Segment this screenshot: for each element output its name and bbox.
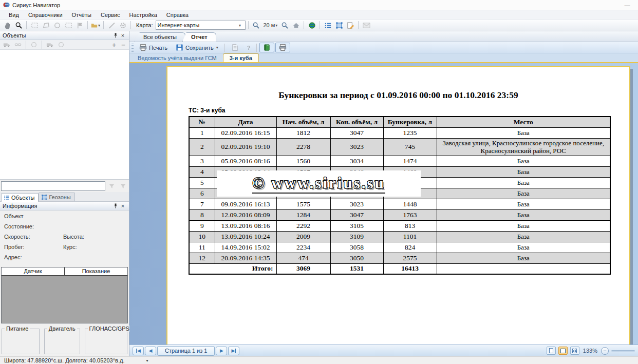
sensor-table-header: Датчик Показание [2, 267, 127, 276]
menu-item[interactable]: Справочники [24, 11, 67, 19]
table-cell: 5 [189, 177, 215, 188]
table-cell: 05.09.2016 08:16 [215, 156, 276, 166]
zoom-step-value: 20 м [264, 22, 275, 28]
circle-zone-button [52, 21, 62, 30]
expand-plus-button[interactable]: + [110, 41, 118, 49]
toolbar-separator [103, 21, 104, 29]
table-cell: База [437, 209, 610, 220]
engine-groupbox: Двигатель [44, 329, 80, 354]
close-icon[interactable]: × [119, 202, 126, 209]
objects-list-icon [4, 195, 10, 201]
close-icon[interactable]: × [119, 32, 126, 39]
objects-list-button[interactable] [323, 21, 333, 30]
pin-icon[interactable] [112, 202, 119, 209]
menu-item[interactable]: Сервис [96, 11, 125, 19]
map-combobox[interactable]: Интернет-карты ▾ [156, 21, 246, 30]
folder-button[interactable]: ▾ [90, 21, 101, 30]
search-object-button[interactable] [13, 21, 24, 30]
zoom-slider[interactable] [611, 350, 635, 352]
tab-objects[interactable]: Объекты [1, 193, 39, 202]
pan-hand-button[interactable] [2, 21, 12, 30]
info-panel-header: Информация × [0, 202, 129, 210]
mileage-label: Пробег: [4, 244, 63, 254]
last-page-button[interactable]: ▶ [228, 347, 239, 355]
geozones-button[interactable] [334, 21, 344, 30]
print-button[interactable]: Печать [136, 43, 171, 52]
table-cell: База [437, 253, 610, 263]
prev-page-button[interactable]: ◀ [145, 347, 156, 355]
report-title: Бункеровки за период с 01.09.2016 00:00 … [167, 90, 629, 101]
save-icon [176, 44, 183, 51]
table-cell: 4 [189, 166, 215, 177]
minimize-button[interactable]: — [620, 2, 635, 8]
next-page-button[interactable]: ▶ [216, 347, 227, 355]
search-input[interactable] [1, 181, 105, 191]
one-page-view-button[interactable] [547, 347, 556, 355]
coordinates-text: Широта: 47.88920°с.ш. Долгота: 40.05203°… [4, 357, 124, 363]
zoom-level-value: 133% [583, 348, 597, 354]
collapse-minus-button[interactable]: − [119, 41, 127, 49]
zoom-in-button[interactable] [251, 21, 261, 30]
zoom-out-button[interactable] [279, 21, 290, 30]
column-header: Кон. объём, л [330, 117, 383, 127]
table-cell: База [437, 242, 610, 253]
fit-width-view-button[interactable] [558, 347, 568, 355]
sensor-table-body[interactable] [2, 276, 127, 323]
table-cell: 3047 [330, 127, 383, 138]
report-page: Бункеровки за период с 01.09.2016 00:00 … [166, 66, 630, 344]
multi-page-view-button[interactable] [570, 347, 579, 355]
sphere-button [56, 40, 66, 50]
pin-icon[interactable] [112, 32, 119, 39]
table-cell: 1560 [276, 156, 330, 166]
table-row: 913.09.2016 08:1622923105813База [189, 220, 610, 231]
table-cell: 2575 [383, 253, 437, 263]
table-cell: База [437, 220, 610, 231]
page-navigation-bar: ◀ ◀ Страница 1 из 1 ▶ ▶ 133% − [129, 344, 638, 356]
table-row: 1013.09.2016 10:24200931091101База [189, 231, 610, 242]
left-sidebar: Объекты × + − [0, 31, 129, 356]
table-cell: 11 [189, 242, 215, 253]
report-toolbar: Печать Сохранить ▾ ? [129, 42, 638, 53]
tab-fuel-sheet[interactable]: Ведомость учёта выдачи ГСМ [132, 54, 223, 62]
table-cell: 3 [189, 156, 215, 166]
table-cell: 1448 [383, 199, 437, 209]
zoom-step-dropdown[interactable]: 20 м▾ [262, 22, 279, 28]
clear-filter-icon [118, 181, 128, 191]
toolbar-grip[interactable] [132, 44, 134, 52]
tab-geozones[interactable]: Геозоны [39, 193, 74, 201]
watermark-text: © www.sirius.su [252, 174, 385, 194]
column-header: Дата [215, 117, 276, 127]
menu-item[interactable]: Настройка [125, 11, 162, 19]
first-page-button[interactable]: ◀ [133, 347, 144, 355]
objects-list[interactable] [0, 50, 129, 180]
tab-report[interactable]: Отчет [182, 32, 216, 42]
objects-toolbar: + − [0, 40, 129, 50]
mail-button [361, 21, 371, 30]
status-dropdown-arrow[interactable]: ▾ [146, 358, 148, 363]
table-cell: 02.09.2016 19:10 [215, 138, 276, 156]
toolbar-separator [248, 21, 249, 29]
menu-item[interactable]: Справка [162, 11, 193, 19]
book-view-button[interactable] [259, 43, 274, 52]
table-cell: 1575 [276, 199, 330, 209]
report-table-body: 102.09.2016 16:15181230471235База202.09.… [189, 127, 610, 274]
zoom-minus-button[interactable]: − [601, 347, 609, 355]
edit-note-button[interactable] [345, 21, 355, 30]
tab-3-kuba[interactable]: 3-и куба [223, 53, 259, 62]
page-indicator-label: Страница 1 из 1 [160, 348, 212, 354]
globe-button[interactable] [307, 21, 317, 30]
report-preview: Бункеровки за период с 01.09.2016 00:00 … [129, 63, 638, 344]
tab-all-objects[interactable]: Все объекты [135, 32, 185, 42]
print-preview-button[interactable] [275, 43, 290, 52]
table-cell: 474 [276, 253, 330, 263]
document-tab-strip: Все объекты Отчет [129, 31, 638, 42]
save-button[interactable]: Сохранить ▾ [172, 43, 222, 52]
menu-item[interactable]: Отчёты [67, 11, 96, 19]
printer-icon [279, 44, 287, 51]
tab-objects-label: Объекты [11, 195, 34, 201]
toolbar-separator [224, 44, 225, 52]
menu-item[interactable]: Вид [4, 11, 24, 19]
home-button[interactable] [291, 21, 301, 30]
page-indicator: Страница 1 из 1 [157, 346, 215, 356]
power-groupbox: Питание [2, 329, 40, 354]
